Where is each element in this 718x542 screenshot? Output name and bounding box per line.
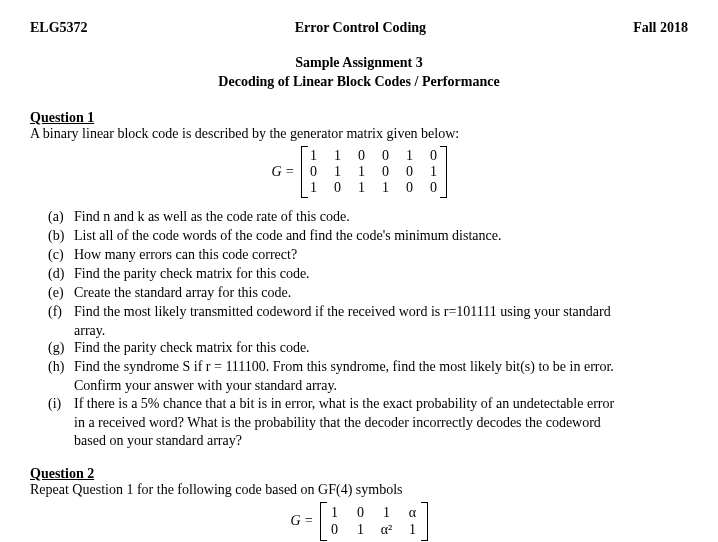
part-d: (d)Find the parity check matrix for this… (48, 265, 688, 283)
term: Fall 2018 (633, 20, 688, 36)
q1-parts: (a)Find n and k as well as the code rate… (48, 208, 688, 450)
q1-heading: Question 1 (30, 110, 688, 126)
matrix-row: 0 1 1 0 0 1 (309, 164, 439, 180)
matrix-row: 1 0 1 α (328, 504, 420, 522)
part-h-cont: Confirm your answer with your standard a… (74, 377, 688, 395)
question-2: Question 2 Repeat Question 1 for the fol… (30, 466, 688, 541)
matrix-row: 0 1 α² 1 (328, 521, 420, 539)
generator-matrix: 1 1 0 0 1 0 0 1 1 0 0 1 (301, 146, 447, 198)
part-f-cont: array. (74, 322, 688, 340)
q1-matrix-equation: G = 1 1 0 0 1 0 0 1 1 0 0 (30, 146, 688, 198)
part-h: (h)Find the syndrome S if r = 111100. Fr… (48, 358, 688, 376)
matrix-row: 1 1 0 0 1 0 (309, 148, 439, 164)
q2-intro: Repeat Question 1 for the following code… (30, 482, 688, 498)
part-e: (e)Create the standard array for this co… (48, 284, 688, 302)
matrix-row: 1 0 1 1 0 0 (309, 180, 439, 196)
part-i-cont: in a received word? What is the probabil… (74, 414, 688, 432)
assignment-title: Sample Assignment 3 (30, 54, 688, 73)
part-i-cont2: based on your standard array? (74, 432, 688, 450)
part-b: (b)List all of the code words of the cod… (48, 227, 688, 245)
title-block: Sample Assignment 3 Decoding of Linear B… (30, 54, 688, 92)
part-g: (g)Find the parity check matrix for this… (48, 339, 688, 357)
q1-intro: A binary linear block code is described … (30, 126, 688, 142)
matrix-label: G = (290, 513, 313, 529)
generator-matrix-gf4: 1 0 1 α 0 1 α² 1 (320, 502, 428, 541)
assignment-subtitle: Decoding of Linear Block Codes / Perform… (30, 73, 688, 92)
course-title: Error Control Coding (88, 20, 634, 36)
course-code: ELG5372 (30, 20, 88, 36)
part-a: (a)Find n and k as well as the code rate… (48, 208, 688, 226)
part-f: (f)Find the most likely transmitted code… (48, 303, 688, 321)
part-i: (i)If there is a 5% chance that a bit is… (48, 395, 688, 413)
matrix-label: G = (271, 164, 294, 180)
part-c: (c)How many errors can this code correct… (48, 246, 688, 264)
header-row: ELG5372 Error Control Coding Fall 2018 (30, 20, 688, 36)
question-1: Question 1 A binary linear block code is… (30, 110, 688, 450)
q2-heading: Question 2 (30, 466, 688, 482)
document-page: ELG5372 Error Control Coding Fall 2018 S… (0, 0, 718, 542)
q2-matrix-equation: G = 1 0 1 α 0 1 α² 1 (30, 502, 688, 541)
